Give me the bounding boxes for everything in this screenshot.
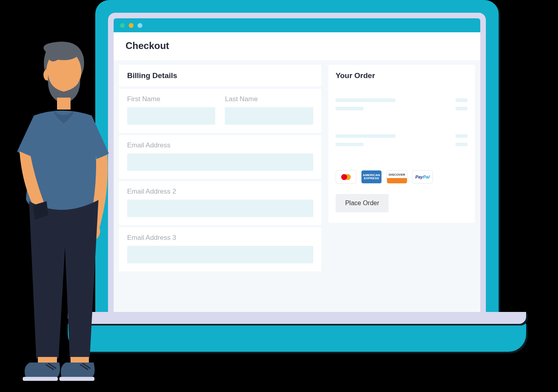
browser-window: Checkout Billing Details First Name xyxy=(114,18,480,317)
svg-rect-4 xyxy=(38,357,57,363)
svg-rect-2 xyxy=(57,98,71,110)
last-name-input[interactable] xyxy=(225,107,313,125)
window-dot-green-icon[interactable] xyxy=(120,23,125,28)
svg-rect-5 xyxy=(71,357,89,363)
laptop-base xyxy=(68,322,526,352)
american-express-icon[interactable]: AMERICANEXPRESS xyxy=(361,170,382,184)
payment-method-icons: AMERICANEXPRESS DISCOVER PayPal xyxy=(336,170,468,184)
first-name-label: First Name xyxy=(127,95,215,103)
email3-label: Email Address 3 xyxy=(127,234,313,242)
order-header: Your Order xyxy=(336,71,468,80)
placeholder-bar xyxy=(336,143,363,146)
window-dot-blue-icon[interactable] xyxy=(138,23,142,28)
placeholder-bar xyxy=(456,98,468,102)
order-line-item xyxy=(336,98,468,115)
svg-rect-7 xyxy=(59,377,94,381)
billing-details-section: Billing Details First Name Last Name xyxy=(119,65,321,317)
window-titlebar xyxy=(114,18,480,32)
page-title: Checkout xyxy=(114,32,480,63)
place-order-button[interactable]: Place Order xyxy=(336,194,389,212)
discover-icon[interactable]: DISCOVER xyxy=(387,170,407,184)
svg-rect-6 xyxy=(23,377,58,381)
placeholder-bar xyxy=(456,134,468,138)
paypal-icon[interactable]: PayPal xyxy=(412,170,433,184)
email2-input[interactable] xyxy=(127,200,313,217)
email2-label: Email Address 2 xyxy=(127,188,313,196)
placeholder-bar xyxy=(456,143,468,146)
billing-header: Billing Details xyxy=(119,65,321,86)
mastercard-icon[interactable] xyxy=(336,170,356,184)
order-line-item xyxy=(336,134,468,151)
laptop-lip xyxy=(68,312,526,324)
email3-input[interactable] xyxy=(127,246,313,263)
placeholder-bar xyxy=(336,134,395,138)
svg-point-1 xyxy=(43,69,51,80)
placeholder-bar xyxy=(336,98,395,102)
placeholder-bar xyxy=(456,107,468,110)
last-name-label: Last Name xyxy=(225,95,313,103)
placeholder-bar xyxy=(336,107,363,110)
order-summary-section: Your Order xyxy=(328,65,475,317)
laptop-screen-bezel: Checkout Billing Details First Name xyxy=(95,0,499,323)
email-label: Email Address xyxy=(127,141,313,149)
window-dot-yellow-icon[interactable] xyxy=(129,23,134,28)
email-input[interactable] xyxy=(127,153,313,171)
laptop-screen: Checkout Billing Details First Name xyxy=(108,13,486,323)
laptop-illustration: Checkout Billing Details First Name xyxy=(68,0,526,352)
person-illustration xyxy=(10,40,114,388)
first-name-input[interactable] xyxy=(127,107,215,125)
